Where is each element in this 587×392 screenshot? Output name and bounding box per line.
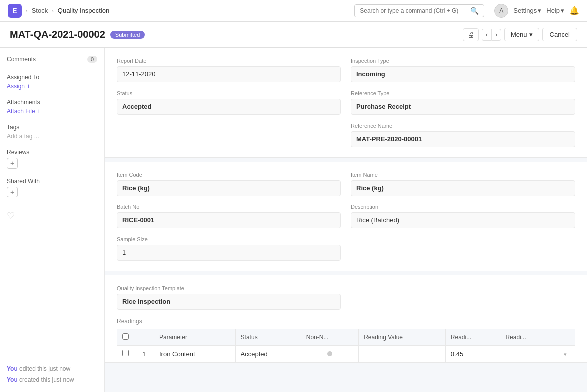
next-button[interactable]: › xyxy=(491,29,501,41)
item-info-section: Item Code Rice (kg) Item Name Rice (kg) … xyxy=(105,162,587,271)
add-tag-button[interactable]: Add a tag ... xyxy=(7,133,97,140)
row-status-reftype: Status Accepted Reference Type Purchase … xyxy=(117,90,575,115)
inspection-type-group: Inspection Type Incoming xyxy=(351,58,575,82)
row-non-numeric xyxy=(301,346,358,362)
row-checkbox[interactable] xyxy=(122,350,129,356)
report-date-value: 12-11-2020 xyxy=(117,66,341,82)
item-name-value: Rice (kg) xyxy=(351,180,575,196)
navigation-arrows: ‹ › xyxy=(482,29,501,41)
help-button[interactable]: Help ▾ xyxy=(546,7,564,14)
avatar[interactable]: A xyxy=(494,4,508,18)
sample-size-value: 1 xyxy=(117,245,341,261)
sidebar-tags: Tags Add a tag ... xyxy=(7,124,97,140)
description-label: Description xyxy=(351,204,575,210)
select-all-checkbox[interactable] xyxy=(122,333,129,340)
description-value: Rice (Batched) xyxy=(351,212,575,228)
batch-no-group: Batch No RICE-0001 xyxy=(117,204,341,228)
row-checkbox-cell[interactable] xyxy=(117,346,134,362)
top-navigation: E › Stock › Quality Inspection 🔍 A Setti… xyxy=(0,0,587,22)
th-parameter: Parameter xyxy=(154,329,236,346)
status-group: Status Accepted xyxy=(117,90,341,115)
page-body: Comments 0 Assigned To Assign + Attachme… xyxy=(0,48,587,392)
reference-type-group: Reference Type Purchase Receipt xyxy=(351,90,575,115)
row-reading1: 0.45 xyxy=(445,346,500,362)
comments-label: Comments 0 xyxy=(7,56,97,63)
status-badge: Submitted xyxy=(110,31,145,39)
th-non-numeric: Non-N... xyxy=(301,329,358,346)
settings-button[interactable]: Settings ▾ xyxy=(513,7,541,14)
th-actions xyxy=(555,329,575,346)
readings-table: Parameter Status Non-N... Reading Value … xyxy=(117,329,575,362)
th-reading1: Readi... xyxy=(445,329,500,346)
cancel-button[interactable]: Cancel xyxy=(542,28,577,41)
item-name-label: Item Name xyxy=(351,172,575,178)
row-dropdown[interactable]: ▾ xyxy=(555,346,575,362)
row-dropdown-icon[interactable]: ▾ xyxy=(564,351,567,357)
readings-table-head: Parameter Status Non-N... Reading Value … xyxy=(117,329,575,346)
non-numeric-indicator xyxy=(327,351,332,356)
tags-label: Tags xyxy=(7,124,97,131)
th-num xyxy=(134,329,154,346)
inspection-type-value: Incoming xyxy=(351,66,575,82)
item-code-value: Rice (kg) xyxy=(117,180,341,196)
status-label: Status xyxy=(117,90,341,96)
search-icon: 🔍 xyxy=(470,7,479,15)
th-status: Status xyxy=(235,329,301,346)
app-icon[interactable]: E xyxy=(8,4,22,18)
item-code-group: Item Code Rice (kg) xyxy=(117,172,341,196)
status-value: Accepted xyxy=(117,99,341,115)
menu-button[interactable]: Menu▾ xyxy=(504,28,539,41)
spacer2 xyxy=(351,285,575,310)
assigned-to-label: Assigned To xyxy=(7,74,97,81)
sidebar: Comments 0 Assigned To Assign + Attachme… xyxy=(0,48,105,392)
print-button[interactable]: 🖨 xyxy=(463,28,479,41)
template-section: Quality Inspection Template Rice Inspect… xyxy=(105,275,587,363)
th-checkbox xyxy=(117,329,134,346)
sidebar-comments: Comments 0 xyxy=(7,56,97,65)
sidebar-footer: You edited this just now You created thi… xyxy=(7,359,97,384)
reference-type-value: Purchase Receipt xyxy=(351,99,575,115)
item-name-group: Item Name Rice (kg) xyxy=(351,172,575,196)
row-batch-desc: Batch No RICE-0001 Description Rice (Bat… xyxy=(117,204,575,228)
breadcrumb-stock[interactable]: Stock xyxy=(32,7,48,14)
sample-size-label: Sample Size xyxy=(117,236,341,242)
edited-text: You edited this just now xyxy=(7,364,97,373)
sidebar-shared-with: Shared With + xyxy=(7,178,97,197)
nav-right: A Settings ▾ Help ▾ 🔔 xyxy=(494,4,579,18)
template-value: Rice Inspection xyxy=(117,294,341,310)
row-parameter: Iron Content xyxy=(154,346,236,362)
row-date-type: Report Date 12-11-2020 Inspection Type I… xyxy=(117,58,575,82)
attach-file-button[interactable]: Attach File + xyxy=(7,108,97,115)
prev-button[interactable]: ‹ xyxy=(482,29,491,41)
basic-info-section: Report Date 12-11-2020 Inspection Type I… xyxy=(105,48,587,158)
report-date-group: Report Date 12-11-2020 xyxy=(117,58,341,82)
add-shared-button[interactable]: + xyxy=(7,187,18,197)
sidebar-assigned-to: Assigned To Assign + xyxy=(7,74,97,90)
row-item-code-name: Item Code Rice (kg) Item Name Rice (kg) xyxy=(117,172,575,196)
sample-size-group: Sample Size 1 xyxy=(117,236,341,261)
readings-table-body: 1 Iron Content Accepted 0.45 ▾ xyxy=(117,346,575,362)
reference-name-label: Reference Name xyxy=(351,123,575,129)
doc-title: MAT-QA-2021-00002 Submitted xyxy=(10,29,145,40)
breadcrumb-quality-inspection[interactable]: Quality Inspection xyxy=(58,7,109,14)
heart-icon[interactable]: ♡ xyxy=(7,211,15,221)
batch-no-label: Batch No xyxy=(117,204,341,210)
table-row: 1 Iron Content Accepted 0.45 ▾ xyxy=(117,346,575,362)
add-review-button[interactable]: + xyxy=(7,158,18,169)
row-status: Accepted xyxy=(235,346,301,362)
item-code-label: Item Code xyxy=(117,172,341,178)
row-sample: Sample Size 1 xyxy=(117,236,575,261)
readings-header: Readings xyxy=(117,318,575,329)
notification-icon[interactable]: 🔔 xyxy=(569,6,579,15)
shared-with-label: Shared With xyxy=(7,178,97,185)
search-input[interactable] xyxy=(360,7,470,14)
search-bar[interactable]: 🔍 xyxy=(354,4,484,17)
report-date-label: Report Date xyxy=(117,58,341,64)
spacer xyxy=(351,236,575,261)
reference-name-value: MAT-PRE-2020-00001 xyxy=(351,131,575,147)
row-num: 1 xyxy=(134,346,154,362)
table-header-row: Parameter Status Non-N... Reading Value … xyxy=(117,329,575,346)
template-label: Quality Inspection Template xyxy=(117,285,341,291)
assign-button[interactable]: Assign + xyxy=(7,83,97,90)
main-content: Report Date 12-11-2020 Inspection Type I… xyxy=(105,48,587,392)
